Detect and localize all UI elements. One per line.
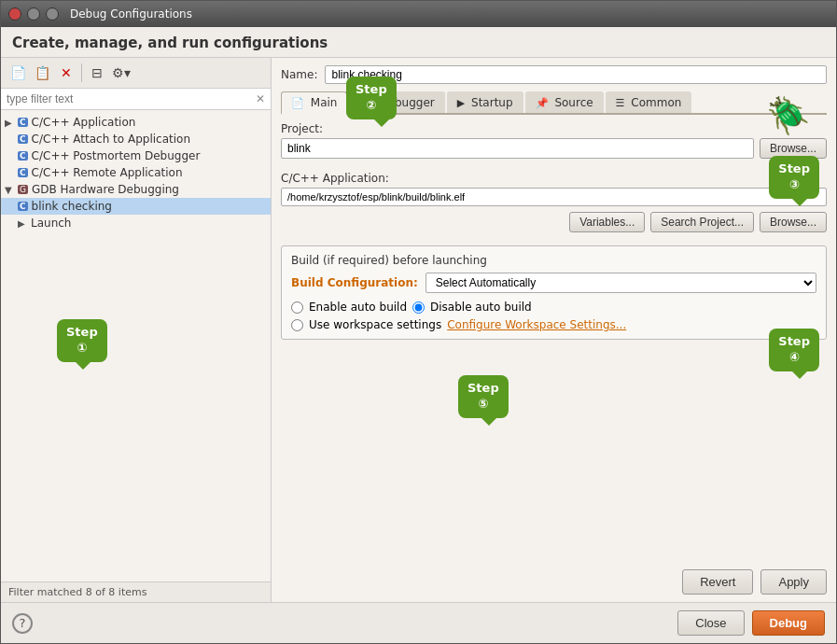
close-btn[interactable]: Close (677, 610, 744, 636)
delete-config-btn[interactable]: ✕ (55, 62, 77, 84)
titlebar: Debug Configurations (1, 1, 836, 27)
gdb-icon: G (18, 185, 28, 194)
minimize-btn[interactable] (27, 7, 40, 21)
c-icon: C (18, 151, 28, 161)
left-footer: Filter matched 8 of 8 items (1, 581, 271, 602)
tab-source[interactable]: 📌 Source (525, 91, 604, 113)
left-panel: 📄 📋 ✕ ⊟ ⚙▾ ✕ ▶ C C/C++ Ap (1, 58, 272, 602)
build-section: Build (if required) before launching Bui… (281, 245, 827, 340)
debugger-tab-icon: 🐛 (359, 97, 372, 109)
app-buttons-row: Variables... Search Project... Browse... (281, 212, 827, 232)
common-tab-icon: ☰ (616, 97, 625, 109)
c-icon: C (18, 118, 28, 127)
radio-group: Enable auto build Disable auto build Use… (291, 301, 816, 331)
form-action-btns: Revert Apply (281, 564, 827, 595)
tree-item-gdb[interactable]: ▼ G GDB Hardware Debugging (1, 181, 271, 198)
startup-tab-icon: ▶ (457, 97, 465, 109)
build-config-select[interactable]: Select Automatically (425, 273, 816, 293)
main-tab-icon: 📄 (291, 97, 304, 109)
tab-debugger[interactable]: 🐛 Debugger (349, 91, 444, 113)
app-browse-btn[interactable]: Browse... (760, 212, 827, 232)
tab-main[interactable]: 📄 Main (281, 91, 347, 115)
tree-arrow-launch: ▶ (18, 218, 29, 229)
workspace-label: Use workspace settings (309, 318, 441, 331)
project-section: Project: Browse... (281, 122, 827, 164)
tab-common[interactable]: ☰ Common (606, 91, 692, 113)
search-project-btn[interactable]: Search Project... (650, 212, 754, 232)
tree-arrow: ▶ (5, 118, 16, 128)
name-row: Name: (281, 65, 827, 84)
config-tree: ▶ C C/C++ Application C C/C++ Attach to … (1, 110, 271, 581)
enable-auto-build-radio[interactable] (291, 301, 303, 314)
tree-item-remote[interactable]: C C/C++ Remote Application (1, 164, 271, 181)
config-toolbar: 📄 📋 ✕ ⊟ ⚙▾ (1, 58, 271, 89)
apply-btn[interactable]: Apply (760, 569, 827, 595)
toolbar-separator (81, 63, 82, 82)
c-icon: C (18, 168, 28, 177)
app-row (281, 188, 827, 206)
configure-workspace-link[interactable]: Configure Workspace Settings... (447, 318, 626, 331)
right-panel: Name: 📄 Main 🐛 Debugger ▶ Startu (272, 58, 836, 602)
enable-auto-build-label: Enable auto build (309, 301, 407, 314)
build-config-row: Build Configuration: Select Automaticall… (291, 273, 816, 293)
name-label: Name: (281, 68, 317, 81)
collapse-all-btn[interactable]: ⊟ (86, 62, 108, 84)
filter-input[interactable] (7, 92, 256, 105)
tree-item-launch[interactable]: ▶ Launch (1, 215, 271, 231)
header: Create, manage, and run configurations (1, 27, 836, 58)
new-config-btn[interactable]: 📄 (7, 62, 29, 84)
source-tab-icon: 📌 (536, 97, 549, 109)
project-label: Project: (281, 122, 827, 135)
bug-icon: 🪲 (766, 95, 810, 136)
filter-box: ✕ (1, 89, 271, 110)
disable-auto-build-label: Disable auto build (430, 301, 532, 314)
app-label: C/C++ Application: (281, 172, 827, 185)
name-input[interactable] (325, 65, 827, 84)
tree-item-attach[interactable]: C C/C++ Attach to Application (1, 131, 271, 147)
close-window-btn[interactable] (8, 7, 21, 21)
workspace-radio[interactable] (291, 319, 303, 331)
build-config-label: Build Configuration: (291, 276, 418, 289)
window-title: Debug Configurations (70, 7, 192, 21)
bottom-right-btns: Close Debug (677, 610, 825, 636)
variables-btn[interactable]: Variables... (569, 212, 645, 232)
enable-auto-build-row: Enable auto build Disable auto build (291, 301, 816, 314)
config-tabs: 📄 Main 🐛 Debugger ▶ Startup 📌 Source (281, 91, 827, 115)
spacer (281, 345, 827, 564)
debug-btn[interactable]: Debug (752, 610, 825, 636)
project-browse-btn[interactable]: Browse... (760, 138, 827, 159)
revert-btn[interactable]: Revert (682, 569, 753, 595)
build-section-title: Build (if required) before launching (291, 254, 816, 267)
c-icon: C (18, 134, 28, 144)
project-input[interactable] (281, 138, 754, 159)
filter-clear-btn[interactable]: ✕ (256, 92, 265, 105)
header-subtitle: Create, manage, and run configurations (12, 35, 328, 51)
workspace-row: Use workspace settings Configure Workspa… (291, 318, 816, 331)
app-section: C/C++ Application: Variables... Search P… (281, 172, 827, 238)
project-row: Browse... (281, 138, 827, 159)
duplicate-config-btn[interactable]: 📋 (31, 62, 53, 84)
bottom-bar: ? Close Debug (1, 602, 836, 643)
tree-item-cpp-app[interactable]: ▶ C C/C++ Application (1, 114, 271, 131)
app-input[interactable] (281, 188, 827, 206)
c-icon: C (18, 202, 28, 211)
maximize-btn[interactable] (46, 7, 59, 21)
filter-btn[interactable]: ⚙▾ (110, 62, 133, 84)
tree-item-blink-checking[interactable]: C blink checking (1, 198, 271, 215)
tree-item-postmortem[interactable]: C C/C++ Postmortem Debugger (1, 147, 271, 164)
help-btn[interactable]: ? (12, 613, 33, 634)
disable-auto-build-radio[interactable] (412, 301, 425, 314)
tab-startup[interactable]: ▶ Startup (447, 91, 523, 113)
tree-arrow-expanded: ▼ (5, 185, 16, 195)
